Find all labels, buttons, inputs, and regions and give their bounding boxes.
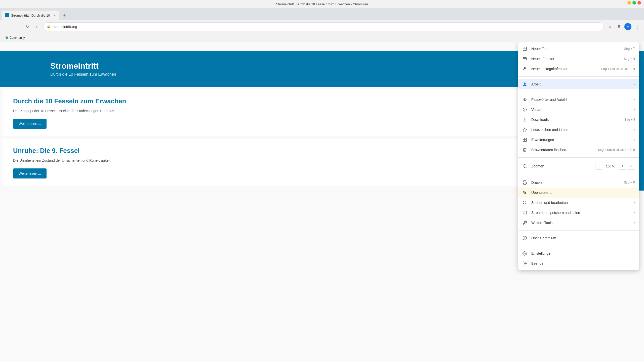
article-card-1: Durch die 10 Fesseln zum Erwachen Das Ko… <box>3 90 571 136</box>
forward-button[interactable]: → <box>13 23 21 31</box>
tab-title: Stromeintritt | Durch die 10 <box>11 14 50 17</box>
menu-item-new-tab[interactable]: Neuer Tab Strg + T <box>518 44 639 54</box>
menu-item-downloads[interactable]: Downloads Strg + J <box>518 115 639 125</box>
downloads-shortcut: Strg + J <box>624 118 635 121</box>
svg-point-18 <box>523 164 526 167</box>
dropdown-menu: Neuer Tab Strg + T Neues Fenster Strg + … <box>518 42 639 270</box>
browser-frame: Stromeintritt | Durch die 10 Fesseln zum… <box>0 0 644 362</box>
tab-favicon <box>5 13 9 17</box>
history-icon <box>522 107 527 112</box>
svg-point-9 <box>523 99 526 101</box>
home-button[interactable]: ⌂ <box>33 23 41 31</box>
history-label: Verlauf <box>531 108 630 112</box>
menu-item-history[interactable]: Verlauf › <box>518 105 639 115</box>
menu-divider-1 <box>518 76 639 77</box>
zoom-label: Zoomen <box>531 164 591 168</box>
incognito-icon <box>522 66 527 71</box>
svg-point-27 <box>524 253 526 254</box>
about-icon <box>522 236 527 241</box>
menu-item-new-window[interactable]: Neues Fenster Strg + N <box>518 54 639 64</box>
article-card-2: Unruhe: Die 9. Fessel Die Unruhe ist ein… <box>3 139 571 186</box>
svg-line-19 <box>526 167 526 168</box>
menu-section-tools: Drucken... Strg + P Übersetzen... Suchen… <box>518 176 639 229</box>
cast-icon <box>522 210 527 215</box>
downloads-label: Downloads <box>531 118 620 122</box>
menu-divider-3 <box>518 157 639 158</box>
settings-icon <box>522 251 527 256</box>
bookmark-star-button[interactable]: ☆ <box>606 23 614 31</box>
bookmarks-arrow-icon: › <box>634 128 635 131</box>
article-title-2: Unruhe: Die 9. Fessel <box>13 147 560 155</box>
menu-item-profile[interactable]: Arbeit › <box>518 79 639 89</box>
profile-avatar: A <box>624 23 631 30</box>
menu-item-search-edit[interactable]: Suchen und bearbeiten › <box>518 198 639 208</box>
bookmarks-bar: Community <box>0 33 644 42</box>
reload-button[interactable]: ↻ <box>23 23 31 31</box>
lens-button[interactable]: ⊕ <box>615 23 623 31</box>
more-tools-label: Weitere Tools <box>531 221 630 225</box>
window-close[interactable] <box>637 1 641 5</box>
profile-menu-icon <box>522 82 527 87</box>
clear-data-icon <box>522 147 527 152</box>
window-maximize[interactable] <box>632 1 636 5</box>
menu-item-about[interactable]: Über Chromium <box>518 233 639 243</box>
article-title-1: Durch die 10 Fesseln zum Erwachen <box>13 97 560 105</box>
menu-item-quit[interactable]: Beenden <box>518 258 639 268</box>
title-bar-text: Stromeintritt | Durch die 10 Fesseln zum… <box>276 2 368 6</box>
read-more-btn-1[interactable]: Weiterlesen ... <box>13 119 47 129</box>
bookmark-community[interactable]: Community <box>3 35 27 40</box>
passwords-icon <box>522 97 527 102</box>
read-more-btn-2[interactable]: Weiterlesen ... <box>13 168 47 178</box>
tab-close-button[interactable]: ✕ <box>52 13 56 18</box>
bookmark-favicon <box>6 36 8 39</box>
back-button[interactable]: ← <box>3 23 11 31</box>
menu-item-settings[interactable]: Einstellungen <box>518 248 639 258</box>
search-edit-label: Suchen und bearbeiten <box>531 201 630 205</box>
zoom-fullscreen-button[interactable]: ⤢ <box>628 163 635 170</box>
zoom-out-button[interactable]: − <box>595 163 602 170</box>
menu-item-clear[interactable]: Browserdaten löschen... Strg + Umschaltt… <box>518 145 639 155</box>
article-excerpt-2: Die Unruhe ist ein Zustand der Unsicherh… <box>13 158 560 163</box>
history-arrow-icon: › <box>634 108 635 111</box>
tab-bar: Stromeintritt | Durch die 10 ✕ ＋ <box>0 8 644 20</box>
menu-section-profile: Arbeit › <box>518 78 639 91</box>
zoom-in-button[interactable]: + <box>619 163 626 170</box>
svg-rect-20 <box>524 183 526 185</box>
menu-item-incognito[interactable]: Neues Inkognitofenster Strg + Umschaltta… <box>518 64 639 74</box>
search-edit-icon <box>522 200 527 205</box>
new-tab-button[interactable]: ＋ <box>60 11 68 19</box>
new-window-shortcut: Strg + N <box>624 57 635 61</box>
more-tools-icon <box>522 220 527 225</box>
svg-rect-3 <box>523 58 527 60</box>
browser-controls: ← → ↻ ⌂ 🔒 stromeintritt.org ☆ ⊕ A ⋮ <box>0 20 644 33</box>
bookmarks-menu-icon <box>522 127 527 132</box>
menu-item-more-tools[interactable]: Weitere Tools › <box>518 218 639 228</box>
incognito-label: Neues Inkognitofenster <box>531 67 597 71</box>
extensions-icon <box>522 137 527 142</box>
menu-item-translate[interactable]: Übersetzen... <box>518 188 639 198</box>
settings-label: Einstellungen <box>531 251 635 255</box>
menu-item-cast[interactable]: Streamen, speichern und teilen › <box>518 208 639 218</box>
profile-button[interactable]: A <box>624 23 632 31</box>
menu-item-passwords[interactable]: Passwörter und Autofill › <box>518 95 639 105</box>
address-bar[interactable]: 🔒 stromeintritt.org <box>43 22 604 31</box>
menu-button[interactable]: ⋮ <box>633 23 641 31</box>
svg-point-8 <box>524 82 526 84</box>
menu-divider-6 <box>518 246 639 246</box>
menu-item-bookmarks[interactable]: Lesezeichen und Listen › <box>518 125 639 135</box>
new-window-icon <box>522 56 527 61</box>
extensions-label: Erweiterungen <box>531 138 630 142</box>
window-minimize[interactable] <box>627 1 631 5</box>
url-text: stromeintritt.org <box>53 25 600 29</box>
content-area: Starte Hier Kontakt For... Stromeintritt… <box>0 42 644 362</box>
active-tab[interactable]: Stromeintritt | Durch die 10 ✕ <box>2 11 59 20</box>
svg-rect-15 <box>525 138 527 140</box>
site-subtitle: Durch die 10 Fesseln zum Erwachen <box>50 72 594 77</box>
article-excerpt-1: Das Konzept der 10 Fesseln ist eine der … <box>13 108 560 114</box>
more-tools-arrow-icon: › <box>634 221 635 224</box>
quit-label: Beenden <box>531 261 635 265</box>
menu-divider-4 <box>518 175 639 175</box>
menu-item-print[interactable]: Drucken... Strg + P <box>518 177 639 188</box>
translate-icon <box>522 190 527 195</box>
menu-item-extensions[interactable]: Erweiterungen › <box>518 135 639 145</box>
